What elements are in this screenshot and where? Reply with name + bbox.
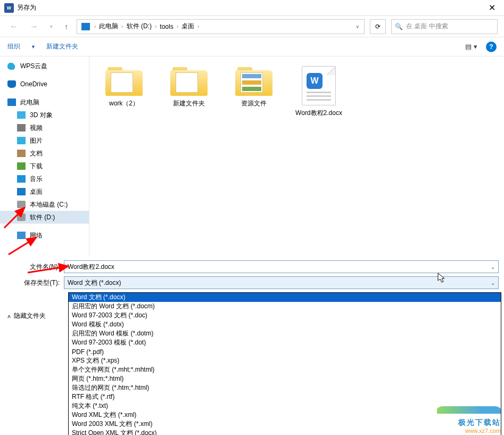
- folder-icon: [170, 66, 208, 96]
- watermark: 极光下载站 www.xz7.com: [426, 404, 501, 434]
- up-button[interactable]: ↑: [61, 20, 71, 33]
- savetype-option[interactable]: PDF (*.pdf): [69, 347, 501, 356]
- sidebar-item-wps[interactable]: WPS云盘: [0, 60, 89, 72]
- folder-item[interactable]: 新建文件夹: [165, 66, 213, 108]
- refresh-icon: ⟳: [375, 23, 381, 30]
- sidebar: WPS云盘 OneDrive 此电脑 3D 对象 视频 图片 文档 下载 音乐 …: [0, 56, 89, 256]
- sidebar-item-desktop[interactable]: 桌面: [0, 185, 89, 198]
- search-placeholder: 在 桌面 中搜索: [406, 22, 448, 31]
- chevron-right-icon: ›: [92, 23, 98, 29]
- organize-button[interactable]: 组织: [7, 42, 20, 51]
- film-icon: [17, 124, 26, 132]
- sidebar-label: 下载: [30, 162, 43, 171]
- file-label: Word教程2.docx: [295, 109, 342, 118]
- sidebar-label: 音乐: [30, 175, 43, 184]
- music-icon: [17, 175, 26, 183]
- close-button[interactable]: ✕: [484, 3, 500, 13]
- sidebar-item-disk-d[interactable]: 软件 (D:): [0, 211, 89, 224]
- sidebar-label: 此电脑: [20, 98, 39, 107]
- watermark-title: 极光下载站: [458, 418, 501, 428]
- breadcrumb[interactable]: › 此电脑 › 软件 (D:) › tools › 桌面 › v: [77, 19, 365, 34]
- picture-icon: [17, 137, 26, 144]
- folder-item[interactable]: work（2）: [100, 66, 148, 108]
- breadcrumb-item[interactable]: 此电脑: [98, 22, 119, 31]
- new-folder-button[interactable]: 新建文件夹: [46, 42, 78, 51]
- pc-icon: [81, 23, 90, 30]
- breadcrumb-item[interactable]: tools: [159, 23, 174, 30]
- file-label: work（2）: [109, 99, 139, 108]
- folder-icon: [105, 66, 143, 96]
- word-app-icon: w: [4, 3, 14, 13]
- breadcrumb-item[interactable]: 桌面: [180, 22, 195, 31]
- body: WPS云盘 OneDrive 此电脑 3D 对象 视频 图片 文档 下载 音乐 …: [0, 56, 504, 256]
- watermark-swoosh-icon: [426, 404, 501, 418]
- organize-dropdown-icon[interactable]: ▼: [31, 44, 36, 50]
- savetype-select[interactable]: Word 文档 (*.docx) ⌄: [64, 276, 499, 289]
- sidebar-item-downloads[interactable]: 下载: [0, 160, 89, 173]
- savetype-option[interactable]: Word 模板 (*.dotx): [69, 320, 501, 329]
- sidebar-label: 文档: [30, 149, 43, 158]
- savetype-option[interactable]: 单个文件网页 (*.mht;*.mhtml): [69, 365, 501, 374]
- sidebar-label: 软件 (D:): [30, 213, 55, 222]
- savetype-option[interactable]: 启用宏的 Word 文档 (*.docm): [69, 302, 501, 311]
- sidebar-item-this-pc[interactable]: 此电脑: [0, 96, 89, 109]
- breadcrumb-dropdown-icon[interactable]: v: [335, 24, 362, 29]
- onedrive-icon: [7, 80, 16, 88]
- sidebar-item-music[interactable]: 音乐: [0, 173, 89, 185]
- sidebar-item-documents[interactable]: 文档: [0, 147, 89, 160]
- docx-item[interactable]: W Word教程2.docx: [295, 66, 343, 118]
- sidebar-label: 视频: [30, 124, 43, 133]
- file-label: 资源文件: [241, 99, 267, 108]
- savetype-option[interactable]: Word 97-2003 模板 (*.dot): [69, 338, 501, 347]
- folder-item[interactable]: 资源文件: [230, 66, 278, 108]
- sidebar-label: 桌面: [30, 187, 43, 196]
- desktop-icon: [17, 188, 26, 195]
- chevron-right-icon: ›: [175, 23, 180, 29]
- sidebar-item-videos[interactable]: 视频: [0, 121, 89, 134]
- savetype-label: 保存类型(T):: [4, 278, 64, 288]
- savetype-option[interactable]: Word 文档 (*.docx): [69, 293, 501, 302]
- hide-folders-button[interactable]: ʌ 隐藏文件夹: [7, 311, 46, 321]
- document-icon: [17, 150, 26, 157]
- sidebar-item-disk-c[interactable]: 本地磁盘 (C:): [0, 198, 89, 211]
- filename-label: 文件名(N):: [4, 262, 64, 272]
- recent-dropdown-icon[interactable]: ▾: [47, 22, 56, 31]
- sidebar-item-pictures[interactable]: 图片: [0, 134, 89, 147]
- sidebar-item-onedrive[interactable]: OneDrive: [0, 78, 89, 91]
- sidebar-label: OneDrive: [20, 80, 47, 88]
- file-list[interactable]: work（2） 新建文件夹 资源文件 W Word教程2.docx: [89, 56, 504, 256]
- sidebar-label: WPS云盘: [20, 62, 47, 71]
- filename-input[interactable]: Word教程2.docx ⌄: [64, 260, 499, 273]
- savetype-option[interactable]: 筛选过的网页 (*.htm;*.html): [69, 383, 501, 392]
- savetype-option[interactable]: 网页 (*.htm;*.html): [69, 374, 501, 383]
- savetype-option[interactable]: RTF 格式 (*.rtf): [69, 392, 501, 401]
- search-input[interactable]: 🔍 在 桌面 中搜索: [391, 19, 498, 34]
- back-button[interactable]: ←: [6, 20, 21, 34]
- watermark-url: www.xz7.com: [465, 428, 501, 434]
- disk-icon: [17, 201, 26, 208]
- chevron-right-icon: ›: [153, 23, 159, 29]
- filename-value: Word教程2.docx: [68, 262, 114, 272]
- savetype-option[interactable]: XPS 文档 (*.xps): [69, 356, 501, 365]
- chevron-right-icon: ›: [195, 23, 201, 29]
- savetype-option[interactable]: 启用宏的 Word 模板 (*.dotm): [69, 329, 501, 338]
- network-icon: [17, 232, 26, 239]
- folder-icon: [235, 66, 272, 96]
- search-icon: 🔍: [395, 23, 403, 30]
- help-button[interactable]: ?: [486, 42, 497, 52]
- chevron-right-icon: ›: [119, 23, 125, 29]
- sidebar-item-network[interactable]: 网络: [0, 229, 89, 242]
- file-label: 新建文件夹: [173, 99, 205, 108]
- sidebar-label: 3D 对象: [30, 111, 53, 120]
- view-options-button[interactable]: ▤ ▾: [463, 42, 480, 52]
- forward-button[interactable]: →: [27, 20, 42, 34]
- refresh-button[interactable]: ⟳: [370, 19, 386, 34]
- sidebar-label: 图片: [30, 136, 43, 145]
- savetype-option[interactable]: Word 97-2003 文档 (*.doc): [69, 311, 501, 320]
- sidebar-item-3d[interactable]: 3D 对象: [0, 109, 89, 121]
- breadcrumb-item[interactable]: 软件 (D:): [126, 22, 153, 31]
- dropdown-icon[interactable]: ⌄: [491, 264, 495, 270]
- chevron-up-icon: ʌ: [7, 313, 11, 319]
- sidebar-label: 本地磁盘 (C:): [30, 200, 68, 209]
- dropdown-icon[interactable]: ⌄: [491, 280, 495, 286]
